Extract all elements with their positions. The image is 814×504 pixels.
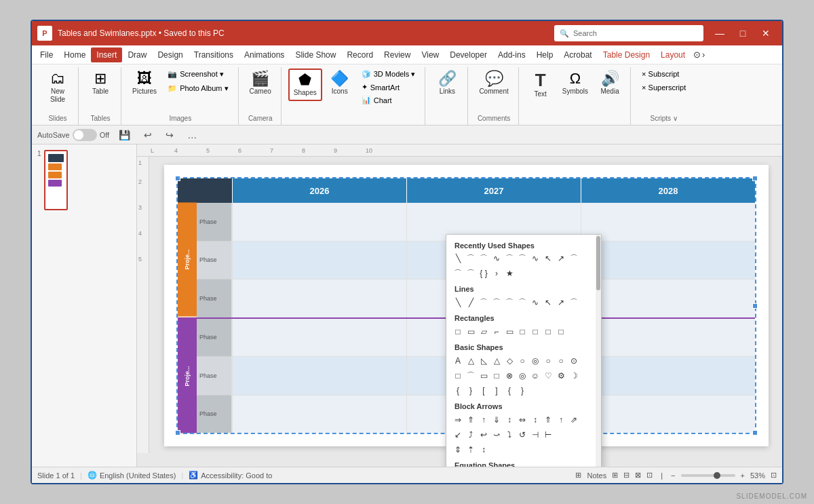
text-button[interactable]: T Text (526, 69, 556, 101)
shapes-scrollbar[interactable] (596, 235, 601, 467)
handle-tl[interactable] (175, 176, 180, 181)
menu-home[interactable]: Home (58, 47, 91, 62)
toggle-track[interactable] (73, 129, 97, 141)
smartart-button[interactable]: ✦ SmartArt (357, 81, 420, 93)
symbols-button[interactable]: Ω Symbols (558, 69, 592, 98)
menu-view[interactable]: View (416, 47, 444, 62)
screenshot-button[interactable]: 📷 Screenshot ▾ (163, 69, 232, 80)
undo-button[interactable]: ↩ (140, 128, 156, 142)
rect-icon[interactable]: □ (452, 326, 464, 338)
shape-icon[interactable]: ╲ (452, 252, 464, 265)
basic-shape-icon[interactable]: ○ (516, 355, 528, 367)
fit-page-icon[interactable]: ⊡ (771, 471, 777, 480)
shapes-scroll-thumb[interactable] (596, 236, 600, 290)
close-button[interactable]: ✕ (755, 25, 777, 41)
basic-shape-icon[interactable]: ] (490, 385, 503, 397)
shape-icon[interactable]: ⌒ (465, 252, 477, 265)
basic-shape-icon[interactable]: ◇ (503, 355, 516, 367)
rect-icon[interactable]: □ (555, 326, 567, 338)
shape-icon[interactable]: ⌒ (478, 252, 490, 265)
shape-icon[interactable]: ↖ (542, 252, 554, 265)
photo-album-button[interactable]: 📁 Photo Album ▾ (163, 83, 232, 94)
arrow-icon[interactable]: ⇑ (542, 414, 554, 426)
arrow-icon[interactable]: ⊢ (542, 429, 554, 441)
notes-label[interactable]: Notes (587, 471, 606, 480)
arrow-icon[interactable]: ⇡ (465, 444, 477, 456)
rect-icon[interactable]: □ (529, 326, 541, 338)
redo-button[interactable]: ↪ (161, 128, 178, 142)
cameo-button[interactable]: 🎬 Cameo (246, 69, 275, 98)
shape-icon[interactable]: ↗ (555, 252, 567, 265)
zoom-out-icon[interactable]: − (671, 471, 675, 480)
handle-br[interactable] (752, 430, 758, 435)
rect-icon[interactable]: ▱ (478, 326, 490, 338)
media-button[interactable]: 🔊 Media (595, 69, 625, 98)
search-box[interactable]: 🔍 Search (554, 25, 703, 41)
shape-icon[interactable]: ★ (503, 267, 516, 279)
shapes-button[interactable]: ⬟ Shapes (288, 69, 322, 101)
pictures-button[interactable]: 🖼 Pictures (128, 69, 161, 98)
basic-shape-icon[interactable]: □ (490, 370, 503, 382)
menu-layout[interactable]: Layout (655, 47, 691, 62)
arrow-icon[interactable]: ↩ (478, 429, 490, 441)
superscript-button[interactable]: × Superscript (638, 82, 690, 93)
arrow-icon[interactable]: ⤻ (490, 429, 503, 441)
arrow-icon[interactable]: ⇕ (452, 444, 464, 456)
basic-shape-icon[interactable]: □ (452, 370, 464, 382)
line-icon[interactable]: ↖ (542, 296, 554, 309)
shape-icon[interactable]: ⌒ (452, 267, 464, 279)
menu-review[interactable]: Review (379, 47, 416, 62)
arrow-icon[interactable]: ⇔ (516, 414, 528, 426)
handle-mr[interactable] (752, 303, 758, 309)
menu-acrobat[interactable]: Acrobat (558, 47, 597, 62)
view-presenter-icon[interactable]: ⊡ (646, 471, 653, 480)
menu-developer[interactable]: Developer (444, 47, 492, 62)
view-reading-icon[interactable]: ⊠ (635, 471, 641, 480)
shape-icon[interactable]: › (490, 267, 503, 279)
3d-models-button[interactable]: 🧊 3D Models ▾ (357, 69, 420, 80)
menu-design[interactable]: Design (152, 47, 188, 62)
basic-shape-icon[interactable]: ⊙ (568, 355, 580, 367)
arrow-icon[interactable]: ↕ (478, 444, 490, 456)
basic-shape-icon[interactable]: A (452, 355, 464, 367)
shape-icon[interactable]: ⌒ (516, 252, 528, 265)
arrow-icon[interactable]: ⊣ (529, 429, 541, 441)
arrow-icon[interactable]: ↑ (555, 414, 567, 426)
arrow-icon[interactable]: ⇑ (465, 414, 477, 426)
zoom-slider[interactable] (681, 474, 735, 477)
basic-shape-icon[interactable]: △ (465, 355, 477, 367)
view-normal-icon[interactable]: ⊞ (612, 471, 618, 480)
ribbon-expand-icon[interactable]: › (702, 50, 705, 60)
shape-icon[interactable]: ⌒ (503, 252, 516, 265)
rect-icon[interactable]: ▭ (503, 326, 516, 338)
basic-shape-icon[interactable]: ☽ (568, 370, 580, 382)
menu-draw[interactable]: Draw (122, 47, 152, 62)
rect-icon[interactable]: □ (516, 326, 528, 338)
arrow-icon[interactable]: ↕ (503, 414, 516, 426)
basic-shape-icon[interactable]: ◎ (516, 370, 528, 382)
arrow-icon[interactable]: ↙ (452, 429, 464, 441)
menu-table-design[interactable]: Table Design (598, 47, 655, 62)
autosave-toggle[interactable]: AutoSave Off (37, 129, 109, 141)
basic-shape-icon[interactable]: ⚙ (555, 370, 567, 382)
table-button[interactable]: ⊞ Table (85, 69, 115, 98)
basic-shape-icon[interactable]: ◎ (529, 355, 541, 367)
basic-shape-icon[interactable]: ◺ (478, 355, 490, 367)
line-icon[interactable]: ⌒ (503, 296, 516, 309)
menu-addins[interactable]: Add-ins (492, 47, 531, 62)
arrow-icon[interactable]: ↕ (529, 414, 541, 426)
menu-animations[interactable]: Animations (239, 47, 290, 62)
basic-shape-icon[interactable]: } (516, 385, 528, 397)
links-button[interactable]: 🔗 Links (432, 69, 462, 98)
line-icon[interactable]: ⌒ (516, 296, 528, 309)
basic-shape-icon[interactable]: } (465, 385, 477, 397)
rect-icon[interactable]: ▭ (465, 326, 477, 338)
arrow-icon[interactable]: ⇒ (452, 414, 464, 426)
basic-shape-icon[interactable]: ⊗ (503, 370, 516, 382)
maximize-button[interactable]: □ (732, 25, 754, 41)
basic-shape-icon[interactable]: ☺ (529, 370, 541, 382)
arrow-icon[interactable]: ⇗ (568, 414, 580, 426)
line-icon[interactable]: ⌒ (478, 296, 490, 309)
basic-shape-icon[interactable]: ⌒ (465, 370, 477, 382)
line-icon[interactable]: ⌒ (568, 296, 580, 309)
